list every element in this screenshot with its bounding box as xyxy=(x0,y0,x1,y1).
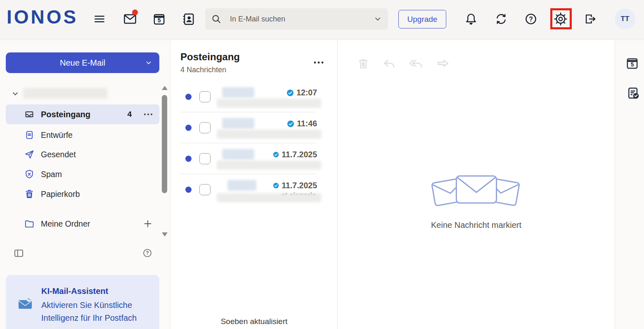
sidebar-item-meine-ordner[interactable]: Meine Ordner xyxy=(6,214,159,233)
sidebar-item-gesendet[interactable]: Gesendet xyxy=(6,145,159,164)
send-icon xyxy=(24,149,35,160)
add-folder-button[interactable] xyxy=(143,219,153,229)
mail-module-button[interactable] xyxy=(121,10,139,28)
verified-badge-icon xyxy=(287,120,294,128)
sender-redacted xyxy=(222,118,254,129)
list-more-button[interactable] xyxy=(310,55,328,69)
subject-redacted xyxy=(217,99,321,108)
message-row[interactable]: 12:07 xyxy=(170,81,338,112)
sidebar-item-label: Spam xyxy=(41,170,62,179)
trash-icon xyxy=(24,189,35,199)
collapse-sidebar-button[interactable] xyxy=(11,245,26,261)
message-row[interactable]: 11.7.2025 xyxy=(170,143,338,174)
calendar-icon: 5 xyxy=(625,56,639,71)
more-ellipsis-icon xyxy=(313,61,324,64)
logout-icon xyxy=(583,12,597,26)
sidebar-help-button[interactable]: ? xyxy=(140,245,155,261)
search-input[interactable] xyxy=(229,14,373,24)
reply-all-arrow-icon xyxy=(409,57,424,71)
reply-all-button[interactable] xyxy=(406,56,420,71)
subject-redacted xyxy=(217,161,321,170)
message-time: 11:46 xyxy=(297,119,317,128)
subject-redacted xyxy=(217,193,321,202)
message-list-count: 4 Nachrichten xyxy=(180,66,226,74)
refresh-button[interactable] xyxy=(492,10,510,28)
message-list-title: Posteingang xyxy=(180,51,240,63)
subject-redacted xyxy=(217,130,321,139)
list-refresh-status: Soeben aktualisiert xyxy=(170,317,338,326)
verified-badge-icon xyxy=(286,89,294,97)
reply-button[interactable] xyxy=(380,56,394,71)
svg-text:5: 5 xyxy=(157,17,161,23)
compose-chevron-icon[interactable] xyxy=(144,59,153,67)
calendar-module-button[interactable]: 5 xyxy=(150,10,168,28)
unread-dot xyxy=(185,156,192,162)
rail-calendar-button[interactable]: 5 xyxy=(625,56,639,72)
reply-arrow-icon xyxy=(382,57,396,71)
envelopes-illustration xyxy=(429,173,523,208)
contacts-module-button[interactable] xyxy=(179,10,197,28)
message-time: 11.7.2025 xyxy=(282,181,317,190)
forward-button[interactable] xyxy=(433,56,447,71)
ai-assistant-card[interactable]: KI-Mail-Assistent Aktivieren Sie Künstli… xyxy=(6,275,159,329)
sidebar-item-spam[interactable]: Spam xyxy=(6,165,159,184)
scrollbar-up-arrow[interactable] xyxy=(162,86,168,90)
chevron-down-icon xyxy=(11,89,20,98)
search-icon xyxy=(211,14,222,24)
sidebar-item-entwuerfe[interactable]: Entwürfe xyxy=(6,126,159,144)
search-bar[interactable] xyxy=(205,8,388,30)
scrollbar-thumb[interactable] xyxy=(162,95,167,193)
svg-text:?: ? xyxy=(529,16,533,23)
compose-button[interactable]: Neue E-Mail xyxy=(6,52,159,73)
sender-redacted xyxy=(222,149,254,160)
trash-icon xyxy=(357,57,370,71)
logout-button[interactable] xyxy=(581,10,599,28)
account-name-redacted[interactable] xyxy=(23,88,107,99)
message-checkbox[interactable] xyxy=(199,184,211,195)
ai-assistant-title: KI-Mail-Assistent xyxy=(41,286,108,296)
hamburger-menu-button[interactable] xyxy=(90,10,109,28)
inbox-icon xyxy=(24,109,35,120)
hamburger-icon xyxy=(93,12,106,26)
right-rail xyxy=(615,40,644,329)
upgrade-button[interactable]: Upgrade xyxy=(398,10,446,28)
avatar-initials: TT xyxy=(621,15,630,23)
message-time: 12:07 xyxy=(296,88,317,97)
verified-badge-icon xyxy=(273,151,279,158)
notifications-button[interactable] xyxy=(462,10,480,28)
delete-message-button[interactable] xyxy=(354,56,368,71)
rail-tasks-button[interactable] xyxy=(626,86,640,102)
sidebar-item-papierkorb[interactable]: Papierkorb xyxy=(6,185,159,204)
ai-assistant-description: Aktivieren Sie Künstliche Intelligenz fü… xyxy=(41,299,148,324)
unread-dot xyxy=(185,187,192,193)
sender-redacted xyxy=(222,87,254,98)
message-row[interactable]: 11:46 xyxy=(170,112,338,143)
folder-icon xyxy=(24,218,35,229)
message-row[interactable]: 11.7.2025 et eingerie xyxy=(170,174,338,205)
search-options-chevron-icon[interactable] xyxy=(373,14,382,24)
account-collapse-chevron[interactable] xyxy=(11,89,20,100)
collapse-panel-icon xyxy=(13,248,24,259)
sender-redacted xyxy=(227,180,256,191)
compose-label: Neue E-Mail xyxy=(60,58,105,67)
message-checkbox[interactable] xyxy=(199,153,211,164)
ai-assistant-icon xyxy=(18,296,33,310)
shield-x-icon xyxy=(24,169,35,180)
unread-dot xyxy=(185,94,192,100)
folder-more-icon[interactable] xyxy=(144,113,153,116)
sidebar-item-label: Posteingang xyxy=(41,110,90,119)
sidebar-item-label: Gesendet xyxy=(41,150,76,159)
sidebar-item-posteingang[interactable]: Posteingang 4 xyxy=(6,104,159,124)
help-button[interactable]: ? xyxy=(522,10,540,28)
message-time: 11.7.2025 xyxy=(282,150,317,159)
message-checkbox[interactable] xyxy=(199,91,211,102)
gear-icon xyxy=(554,12,568,26)
bell-icon xyxy=(464,12,478,26)
settings-button[interactable] xyxy=(552,10,570,28)
scrollbar-down-arrow[interactable] xyxy=(162,232,168,237)
question-circle-icon: ? xyxy=(142,248,153,258)
message-checkbox[interactable] xyxy=(199,122,211,133)
avatar[interactable]: TT xyxy=(615,9,635,29)
ionos-logo[interactable]: IONOS xyxy=(7,6,78,28)
top-bar: IONOS 5 Upgrade xyxy=(0,0,644,40)
